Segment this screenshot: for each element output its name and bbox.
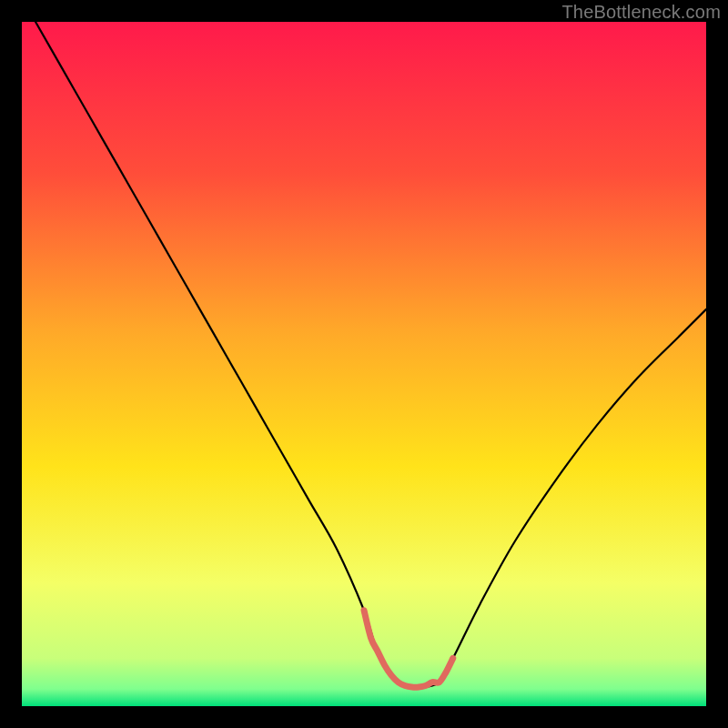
bottleneck-chart	[22, 22, 706, 706]
watermark-text: TheBottleneck.com	[561, 2, 721, 23]
gradient-background	[22, 22, 706, 706]
chart-frame	[22, 22, 706, 706]
